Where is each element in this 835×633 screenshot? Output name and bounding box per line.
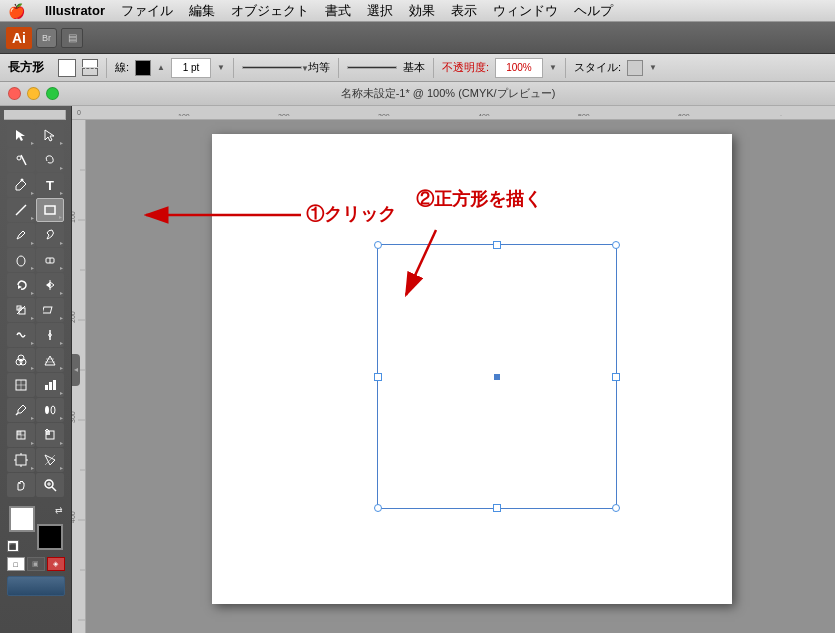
stroke-color[interactable]: [135, 60, 151, 76]
type-tool[interactable]: T ▸: [36, 173, 64, 197]
selection-rectangle: [377, 244, 617, 509]
bridge-button[interactable]: Br: [36, 28, 57, 48]
menu-view[interactable]: 表示: [451, 2, 477, 20]
tool-row-10: ▸ ▸: [7, 348, 64, 372]
menu-edit[interactable]: 編集: [189, 2, 215, 20]
menu-type[interactable]: 書式: [325, 2, 351, 20]
opacity-arrow[interactable]: ▼: [549, 64, 557, 72]
main-area: ▸ ▸ ▸ ▸ T ▸: [0, 106, 835, 633]
stroke-arrow-down[interactable]: ▼: [217, 64, 225, 72]
menu-bar: 🍎 Illustrator ファイル 編集 オブジェクト 書式 選択 効果 表示…: [0, 0, 835, 22]
paintbrush-tool[interactable]: ▸: [36, 223, 64, 247]
svg-point-2: [21, 179, 24, 182]
width-tool[interactable]: ▸: [36, 323, 64, 347]
app-toolbar: Ai Br ▤: [0, 22, 835, 54]
line-tool[interactable]: ▸: [7, 198, 35, 222]
lasso-tool[interactable]: ▸: [36, 148, 64, 172]
svg-point-27: [51, 406, 55, 414]
tool-row-2: ▸: [7, 148, 64, 172]
rectangle-tool[interactable]: ▸: [36, 198, 64, 222]
handle-mid-right[interactable]: [612, 373, 620, 381]
handle-top-left[interactable]: [374, 241, 382, 249]
tool-row-15: [7, 473, 64, 497]
reflect-tool[interactable]: ▸: [36, 273, 64, 297]
handle-top-center[interactable]: [493, 241, 501, 249]
chart-tool[interactable]: ▸: [36, 373, 64, 397]
hand-tool[interactable]: [7, 473, 35, 497]
default-colors-icon[interactable]: ⬛: [7, 540, 19, 552]
menu-help[interactable]: ヘルプ: [574, 2, 613, 20]
style-swatch[interactable]: [627, 60, 643, 76]
tool-row-1: ▸ ▸: [7, 123, 64, 147]
minimize-button[interactable]: [27, 87, 40, 100]
artboard: [212, 134, 732, 604]
blob-brush-tool[interactable]: ▸: [7, 248, 35, 272]
menu-window[interactable]: ウィンドウ: [493, 2, 558, 20]
style-arrow[interactable]: ▼: [649, 64, 657, 72]
warp-tool[interactable]: ▸: [7, 323, 35, 347]
menu-app-name[interactable]: Illustrator: [45, 3, 105, 18]
tool-row-12: ▸ ▸: [7, 398, 64, 422]
document-title: 名称未設定-1* @ 100% (CMYK/プレビュー): [69, 86, 827, 101]
blend-tool[interactable]: ▸: [36, 398, 64, 422]
stroke-type-label: 基本: [403, 60, 425, 75]
zoom-tool[interactable]: [36, 473, 64, 497]
rotate-tool[interactable]: ▸: [7, 273, 35, 297]
menu-object[interactable]: オブジェクト: [231, 2, 309, 20]
background-color[interactable]: [37, 524, 63, 550]
presentation-mode-btn[interactable]: ◈: [47, 557, 65, 571]
handle-bottom-right[interactable]: [612, 504, 620, 512]
slice-tool[interactable]: ▸: [36, 448, 64, 472]
selection-tool[interactable]: ▸: [7, 123, 35, 147]
eyedropper-tool[interactable]: ▸: [7, 398, 35, 422]
shape-name-label: 長方形: [8, 59, 44, 76]
menu-select[interactable]: 選択: [367, 2, 393, 20]
live-paint-selection-tool[interactable]: ▸: [36, 423, 64, 447]
separator-2: [233, 58, 234, 78]
perspective-grid-tool[interactable]: ▸: [36, 348, 64, 372]
apple-menu[interactable]: 🍎: [8, 3, 25, 19]
svg-rect-31: [17, 431, 21, 435]
stroke-arrow-up[interactable]: ▲: [157, 64, 165, 72]
svg-line-40: [52, 487, 56, 491]
shear-tool[interactable]: ▸: [36, 298, 64, 322]
svg-rect-33: [16, 455, 26, 465]
foreground-color[interactable]: [9, 506, 35, 532]
pen-tool[interactable]: ▸: [7, 173, 35, 197]
eraser-tool[interactable]: ▸: [36, 248, 64, 272]
style-label: スタイル:: [574, 60, 621, 75]
arrange-button[interactable]: ▤: [61, 28, 83, 48]
handle-bottom-left[interactable]: [374, 504, 382, 512]
handle-top-right[interactable]: [612, 241, 620, 249]
direct-selection-tool[interactable]: ▸: [36, 123, 64, 147]
tool-row-8: ▸ ▸: [7, 298, 64, 322]
ruler-top: 0: [72, 106, 835, 120]
opacity-input[interactable]: [495, 58, 543, 78]
svg-text:500: 500: [578, 113, 590, 116]
svg-text:400: 400: [72, 511, 76, 523]
artboard-tool[interactable]: ▸: [7, 448, 35, 472]
close-button[interactable]: [8, 87, 21, 100]
normal-mode-btn[interactable]: □: [7, 557, 25, 571]
handle-bottom-center[interactable]: [493, 504, 501, 512]
menu-effect[interactable]: 効果: [409, 2, 435, 20]
handle-mid-left[interactable]: [374, 373, 382, 381]
fill-color-box[interactable]: [58, 59, 76, 77]
scale-tool[interactable]: ▸: [7, 298, 35, 322]
stroke-width-input[interactable]: [171, 58, 211, 78]
menu-file[interactable]: ファイル: [121, 2, 173, 20]
mesh-tool[interactable]: [7, 373, 35, 397]
fullscreen-mode-btn[interactable]: ▣: [27, 557, 45, 571]
swap-colors-icon[interactable]: ⇄: [53, 504, 65, 516]
svg-rect-12: [43, 307, 52, 313]
svg-text:200: 200: [72, 311, 76, 323]
magic-wand-tool[interactable]: [7, 148, 35, 172]
shape-builder-tool[interactable]: ▸: [7, 348, 35, 372]
pencil-tool[interactable]: ▸: [7, 223, 35, 247]
live-paint-tool[interactable]: ▸: [7, 423, 35, 447]
separator-1: [106, 58, 107, 78]
maximize-button[interactable]: [46, 87, 59, 100]
center-point: [494, 374, 500, 380]
tool-row-13: ▸ ▸: [7, 423, 64, 447]
panel-collapse-handle[interactable]: ◂: [72, 354, 80, 386]
